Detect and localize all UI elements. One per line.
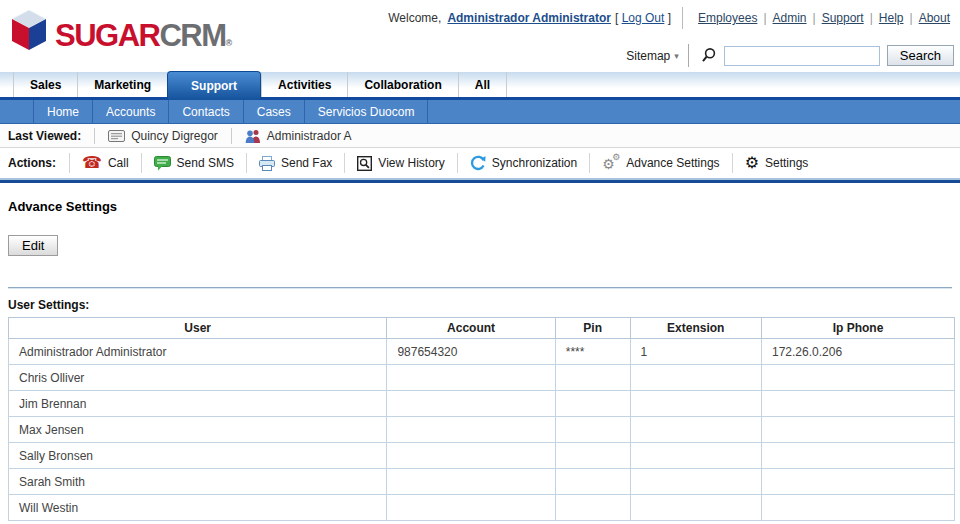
action-send-sms[interactable]: Send SMS bbox=[141, 153, 246, 173]
table-body: Administrador Administrator987654320****… bbox=[9, 339, 955, 521]
tab-collaboration[interactable]: Collaboration bbox=[347, 72, 457, 97]
user-settings-table: UserAccountPinExtensionIp Phone Administ… bbox=[8, 317, 955, 521]
action-view-history[interactable]: View History bbox=[344, 153, 456, 173]
top-link-help[interactable]: Help bbox=[879, 11, 904, 25]
cell-ip-phone bbox=[761, 391, 954, 417]
cell-extension: 1 bbox=[630, 339, 761, 365]
last-viewed-item-quincy-digregor[interactable]: Quincy Digregor bbox=[94, 128, 231, 144]
column-header-ip-phone: Ip Phone bbox=[761, 318, 954, 339]
action-advance-settings[interactable]: ⚙⚙Advance Settings bbox=[589, 153, 731, 173]
current-user-link[interactable]: Administrador Administrator bbox=[447, 11, 611, 25]
action-label: Synchronization bbox=[492, 156, 577, 170]
search-button[interactable]: Search bbox=[887, 45, 954, 66]
contact-card-icon bbox=[108, 130, 125, 142]
tab-activities[interactable]: Activities bbox=[261, 72, 347, 97]
cell-account bbox=[387, 443, 555, 469]
last-viewed-label: Last Viewed: bbox=[8, 129, 94, 143]
subnav-item-cases[interactable]: Cases bbox=[244, 100, 305, 123]
top-links: Employees|Admin|Support|Help|About bbox=[694, 11, 954, 25]
table-row: Will Westin bbox=[9, 495, 955, 521]
subnav-bar: HomeAccountsContactsCasesServicios Duoco… bbox=[0, 100, 960, 124]
cell-user: Will Westin bbox=[9, 495, 387, 521]
cell-user: Sally Bronsen bbox=[9, 443, 387, 469]
top-link-support[interactable]: Support bbox=[822, 11, 864, 25]
content-divider bbox=[8, 287, 952, 289]
header-divider bbox=[682, 7, 683, 29]
table-row: Sarah Smith bbox=[9, 469, 955, 495]
last-viewed-item-label: Administrador A bbox=[267, 129, 352, 143]
link-separator: | bbox=[870, 11, 873, 25]
cell-user: Administrador Administrator bbox=[9, 339, 387, 365]
tab-sales[interactable]: Sales bbox=[13, 72, 77, 97]
tab-all[interactable]: All bbox=[458, 72, 507, 97]
cell-pin bbox=[555, 495, 630, 521]
cell-user: Sarah Smith bbox=[9, 469, 387, 495]
subnav-item-contacts[interactable]: Contacts bbox=[169, 100, 243, 123]
chevron-down-icon[interactable]: ▾ bbox=[674, 51, 679, 61]
subnav-item-accounts[interactable]: Accounts bbox=[93, 100, 169, 123]
users-icon bbox=[245, 129, 261, 143]
cell-account bbox=[387, 417, 555, 443]
actions-label: Actions: bbox=[8, 156, 69, 170]
logout-link[interactable]: Log Out bbox=[622, 11, 665, 25]
cell-user: Max Jensen bbox=[9, 417, 387, 443]
table-row: Chris Olliver bbox=[9, 365, 955, 391]
action-label: Settings bbox=[765, 156, 808, 170]
search-bar: Sitemap ▾ Search bbox=[626, 44, 954, 67]
cell-pin: **** bbox=[555, 339, 630, 365]
logo-wordmark: SUGARCRM® bbox=[55, 21, 232, 50]
table-row: Administrador Administrator987654320****… bbox=[9, 339, 955, 365]
link-separator: | bbox=[813, 11, 816, 25]
header: SUGARCRM® Welcome, Administrador Adminis… bbox=[0, 0, 960, 72]
link-separator: | bbox=[763, 11, 766, 25]
logout-bracket-open: [ bbox=[615, 11, 618, 25]
last-viewed-item-label: Quincy Digregor bbox=[131, 129, 218, 143]
last-viewed-item-administrador-a[interactable]: Administrador A bbox=[231, 128, 365, 144]
top-link-about[interactable]: About bbox=[919, 11, 950, 25]
phone-icon: ☎ bbox=[82, 155, 102, 171]
sugarcrm-logo[interactable]: SUGARCRM® bbox=[12, 10, 232, 50]
sms-icon bbox=[154, 156, 171, 171]
cell-extension bbox=[630, 469, 761, 495]
cell-pin bbox=[555, 443, 630, 469]
cell-account bbox=[387, 365, 555, 391]
cell-account bbox=[387, 469, 555, 495]
top-link-employees[interactable]: Employees bbox=[698, 11, 757, 25]
cell-ip-phone bbox=[761, 365, 954, 391]
cell-extension bbox=[630, 417, 761, 443]
sitemap-link[interactable]: Sitemap bbox=[626, 49, 670, 63]
cell-extension bbox=[630, 443, 761, 469]
tab-support[interactable]: Support bbox=[167, 71, 261, 100]
action-label: Send Fax bbox=[281, 156, 332, 170]
sync-icon bbox=[470, 155, 486, 171]
search-divider bbox=[688, 44, 689, 67]
table-row: Max Jensen bbox=[9, 417, 955, 443]
search-input[interactable] bbox=[724, 46, 880, 66]
cell-extension bbox=[630, 391, 761, 417]
cell-ip-phone bbox=[761, 469, 954, 495]
action-label: View History bbox=[378, 156, 444, 170]
search-icon[interactable] bbox=[700, 47, 717, 64]
actions-bar: Actions: ☎CallSend SMSSend FaxView Histo… bbox=[0, 148, 960, 178]
tab-marketing[interactable]: Marketing bbox=[77, 72, 167, 97]
module-tab-bar: SalesMarketingSupportActivitiesCollabora… bbox=[0, 72, 960, 97]
cell-ip-phone bbox=[761, 417, 954, 443]
column-header-account: Account bbox=[387, 318, 555, 339]
gears-icon: ⚙⚙ bbox=[602, 155, 620, 171]
action-settings[interactable]: ⚙Settings bbox=[732, 153, 821, 173]
logout-bracket-close: ] bbox=[668, 11, 671, 25]
edit-button[interactable]: Edit bbox=[8, 235, 58, 256]
action-label: Send SMS bbox=[177, 156, 234, 170]
cell-user: Chris Olliver bbox=[9, 365, 387, 391]
column-header-user: User bbox=[9, 318, 387, 339]
last-viewed-bar: Last Viewed: Quincy DigregorAdministrado… bbox=[0, 124, 960, 148]
action-synchronization[interactable]: Synchronization bbox=[457, 153, 589, 173]
action-call[interactable]: ☎Call bbox=[69, 153, 141, 173]
table-header-row: UserAccountPinExtensionIp Phone bbox=[9, 318, 955, 339]
action-send-fax[interactable]: Send Fax bbox=[246, 153, 344, 173]
subnav-item-servicios-duocom[interactable]: Servicios Duocom bbox=[305, 100, 429, 123]
logo-registered-mark: ® bbox=[226, 38, 233, 48]
top-link-admin[interactable]: Admin bbox=[773, 11, 807, 25]
page-title: Advance Settings bbox=[8, 199, 952, 214]
subnav-item-home[interactable]: Home bbox=[33, 100, 93, 123]
